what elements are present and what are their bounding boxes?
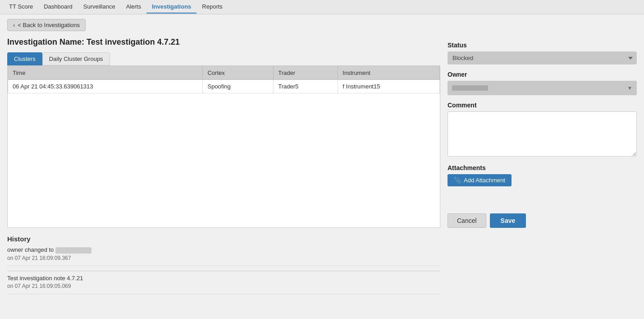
nav-item-dashboard[interactable]: Dashboard bbox=[38, 0, 78, 14]
add-attachment-button[interactable]: 📎 Add Attachment bbox=[448, 174, 512, 186]
paperclip-icon: 📎 bbox=[454, 177, 461, 184]
history-item-1: owner changed to on 07 Apr 21 16:09:09.3… bbox=[7, 246, 440, 266]
tab-daily-cluster-groups[interactable]: Daily Cluster Groups bbox=[42, 52, 110, 65]
col-header-time: Time bbox=[8, 66, 203, 80]
main-container: ‹ < Back to Investigations Investigation… bbox=[0, 14, 644, 319]
back-to-investigations-button[interactable]: ‹ < Back to Investigations bbox=[7, 19, 86, 31]
left-panel: ‹ < Back to Investigations Investigation… bbox=[7, 19, 440, 314]
cell-cortex: Spoofing bbox=[203, 80, 274, 93]
nav-item-tt-score[interactable]: TT Score bbox=[4, 0, 38, 14]
owner-label: Owner bbox=[448, 71, 637, 78]
cluster-table: Time Cortex Trader Instrument 06 Apr 21 … bbox=[8, 66, 440, 93]
status-label: Status bbox=[448, 42, 637, 49]
table-row[interactable]: 06 Apr 21 04:45:33.639061313 Spoofing Tr… bbox=[8, 80, 440, 93]
col-header-instrument: Instrument bbox=[338, 66, 440, 80]
status-select[interactable]: Blocked Open Closed Under Review bbox=[448, 51, 637, 65]
history-item-1-date: on 07 Apr 21 16:09:09.367 bbox=[7, 255, 440, 261]
cluster-table-wrapper: Time Cortex Trader Instrument 06 Apr 21 … bbox=[7, 65, 440, 228]
comment-label: Comment bbox=[448, 102, 637, 109]
nav-item-surveillance[interactable]: Surveillance bbox=[78, 0, 121, 14]
owner-blurred-text bbox=[452, 85, 488, 91]
history-owner-blurred bbox=[55, 247, 91, 254]
history-item-1-text: owner changed to bbox=[7, 246, 440, 254]
cell-instrument: f Instrument15 bbox=[338, 80, 440, 93]
action-buttons: Cancel Save bbox=[448, 213, 637, 228]
save-button[interactable]: Save bbox=[490, 213, 526, 228]
history-title: History bbox=[7, 235, 440, 243]
owner-blur-overlay: ▼ bbox=[448, 81, 637, 95]
history-item-2: Test investigation note 4.7.21 on 07 Apr… bbox=[7, 275, 440, 294]
tab-bar: Clusters Daily Cluster Groups bbox=[7, 52, 440, 65]
comment-textarea[interactable] bbox=[448, 111, 637, 157]
investigation-title: Investigation Name: Test investigation 4… bbox=[7, 37, 440, 47]
nav-item-reports[interactable]: Reports bbox=[196, 0, 228, 14]
attachments-label: Attachments bbox=[448, 164, 637, 171]
history-divider bbox=[7, 271, 440, 271]
tab-clusters[interactable]: Clusters bbox=[7, 52, 42, 65]
back-arrow-icon: ‹ bbox=[13, 22, 15, 28]
nav-item-alerts[interactable]: Alerts bbox=[121, 0, 146, 14]
history-section: History owner changed to on 07 Apr 21 16… bbox=[7, 235, 440, 294]
history-item-2-note: Test investigation note 4.7.21 bbox=[7, 275, 440, 282]
cell-time: 06 Apr 21 04:45:33.639061313 bbox=[8, 80, 203, 93]
history-item-2-date: on 07 Apr 21 16:09:05.069 bbox=[7, 283, 440, 289]
nav-item-investigations[interactable]: Investigations bbox=[146, 0, 196, 14]
cancel-button[interactable]: Cancel bbox=[448, 213, 486, 228]
top-nav: TT Score Dashboard Surveillance Alerts I… bbox=[0, 0, 644, 14]
col-header-trader: Trader bbox=[274, 66, 338, 80]
add-attachment-label: Add Attachment bbox=[464, 177, 505, 184]
col-header-cortex: Cortex bbox=[203, 66, 274, 80]
right-panel: Status Blocked Open Closed Under Review … bbox=[448, 19, 637, 314]
back-button-label: < Back to Investigations bbox=[18, 22, 80, 28]
table-header-row: Time Cortex Trader Instrument bbox=[8, 66, 440, 80]
cell-trader: Trader5 bbox=[274, 80, 338, 93]
owner-select-wrapper: ██████████ ▼ bbox=[448, 81, 637, 95]
